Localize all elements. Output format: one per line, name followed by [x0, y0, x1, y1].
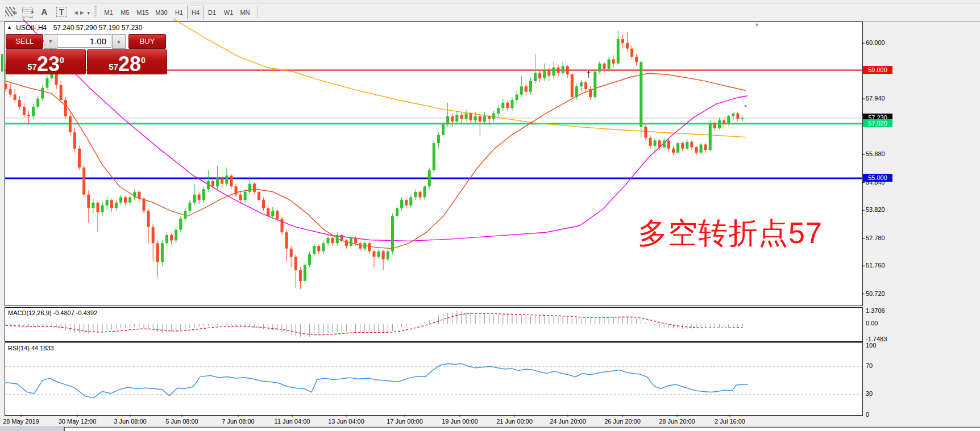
price-axis-label: 53.820 — [866, 206, 885, 213]
price-level-badge: 55.000 — [863, 174, 892, 182]
volume-decrease-button[interactable]: ▼ — [44, 34, 57, 49]
sell-price-pips: 23 — [37, 55, 60, 74]
buy-price-box[interactable]: 57 28 0 — [87, 49, 167, 74]
price-axis-label: 50.720 — [866, 290, 885, 297]
rsi-axis-label: 30 — [866, 390, 873, 397]
price-axis-label: 55.880 — [866, 150, 885, 157]
toolbar-separator — [257, 6, 258, 18]
timeframe-button-m30[interactable]: M30 — [152, 6, 171, 19]
time-axis-label: 19 Jun 00:00 — [442, 418, 478, 425]
trading-terminal-window: E F A T ◄► ▾ M1M5M15M30H1H4D1W1MN ▲ USOi… — [0, 0, 980, 431]
chart-symbol: USOil-,H4 — [16, 24, 47, 32]
time-axis-label: 13 Jun 04:00 — [328, 418, 364, 425]
grid-icon-sub: F — [31, 6, 34, 19]
rsi-axis-label: 100 — [866, 342, 876, 349]
chart-text-annotation: 多空转折点57 — [638, 214, 823, 253]
time-axis-label: 26 Jun 20:00 — [604, 418, 641, 425]
macd-axis-label: 1.3706 — [866, 307, 885, 314]
rsi-axis-label: 70 — [866, 362, 873, 369]
buy-button[interactable]: BUY — [128, 34, 166, 49]
time-axis-label: 2 Jul 16:00 — [715, 418, 745, 425]
collapse-chart-icon[interactable]: ▲ — [7, 24, 12, 30]
textbox-icon[interactable]: T — [55, 5, 68, 19]
buy-price-handle: 57 — [109, 62, 118, 72]
chart-shift-icon[interactable]: ▼ — [754, 22, 759, 28]
indicators-icon[interactable]: E — [3, 5, 17, 19]
textbox-icon-glyph: T — [56, 7, 67, 17]
bottom-dock-tab[interactable] — [0, 426, 64, 431]
time-axis-label: 3 Jun 08:00 — [114, 418, 147, 425]
timeframe-button-m1[interactable]: M1 — [100, 6, 117, 19]
rsi-axis-label: 0 — [866, 411, 869, 418]
rsi-label: RSI(14) 44.1833 — [8, 345, 54, 352]
price-axis-label: 52.780 — [866, 235, 885, 241]
text-label-icon-glyph: A — [41, 7, 48, 16]
sell-price-box[interactable]: 57 23 0 — [6, 49, 86, 74]
price-axis-label: 57.940 — [866, 95, 885, 102]
rsi-pane[interactable] — [5, 342, 863, 416]
macd-pane[interactable] — [5, 307, 863, 342]
terminal-panel-edge — [64, 427, 980, 431]
time-axis-label: 21 Jun 00:00 — [496, 418, 533, 425]
toolbar-drag-handle[interactable] — [94, 6, 97, 18]
time-axis-label: 7 Jun 08:00 — [222, 418, 255, 425]
sell-price-fraction: 0 — [60, 56, 64, 65]
arrows-icon[interactable]: ◄► ▾ — [72, 5, 91, 19]
indicators-icon-sub: E — [14, 6, 17, 19]
sell-price-handle: 57 — [27, 62, 37, 72]
time-axis-label: 5 Jun 08:00 — [165, 418, 198, 425]
arrows-icon-glyph: ◄► — [73, 9, 85, 16]
timeframe-button-mn[interactable]: MN — [236, 6, 254, 19]
last-bar-marker: ▸ — [745, 103, 748, 108]
buy-price-fraction: 0 — [141, 56, 146, 65]
macd-axis-label: 0.00 — [866, 320, 878, 327]
indicators-icon-glyph — [5, 7, 15, 16]
volume-increase-button[interactable]: ▲ — [112, 34, 126, 49]
timeframe-button-m15[interactable]: M15 — [133, 6, 152, 19]
volume-input[interactable]: 1.00 — [57, 34, 111, 48]
toolbar: E F A T ◄► ▾ M1M5M15M30H1H4D1W1MN — [0, 3, 980, 22]
price-level-badge: 57.020 — [863, 119, 892, 127]
timeframe-button-d1[interactable]: D1 — [204, 6, 221, 19]
timeframe-button-m5[interactable]: M5 — [117, 6, 134, 19]
timeframe-button-h4[interactable]: H4 — [187, 6, 204, 19]
sell-button[interactable]: SELL — [6, 34, 43, 49]
price-axis-label: 51.760 — [866, 262, 885, 269]
arrows-dropdown-icon: ▾ — [88, 10, 90, 16]
grid-icon[interactable]: F — [20, 5, 34, 19]
chart-quote-values: 57.240 57.290 57.190 57.230 — [53, 24, 143, 32]
bottom-dock-strip — [0, 426, 980, 431]
time-axis-label: 28 Jun 20:00 — [659, 418, 695, 425]
time-axis-label: 11 Jun 04:00 — [275, 418, 310, 425]
timeframe-button-w1[interactable]: W1 — [220, 6, 237, 19]
time-axis-label: 30 May 12:00 — [59, 418, 97, 425]
time-axis-label: 28 May 2019 — [3, 418, 39, 425]
buy-price-pips: 28 — [118, 55, 141, 74]
sell-price: 57 23 0 — [6, 50, 85, 74]
macd-label: MACD(12,26,9) -0.4807 -0.4392 — [8, 309, 97, 316]
price-level-badge: 59.000 — [863, 66, 892, 74]
price-axis-label: 60.000 — [866, 39, 885, 46]
time-axis-label: 24 Jun 20:00 — [550, 418, 586, 425]
text-label-icon[interactable]: A — [38, 5, 51, 19]
timeframe-button-h1[interactable]: H1 — [171, 6, 188, 19]
time-axis-label: 17 Jun 00:00 — [387, 418, 423, 425]
crosshair-marker: † — [586, 69, 591, 79]
buy-price: 57 28 0 — [88, 50, 167, 74]
chart-title-line: ▲ USOil-,H4 57.240 57.290 57.190 57.230 — [7, 24, 142, 32]
